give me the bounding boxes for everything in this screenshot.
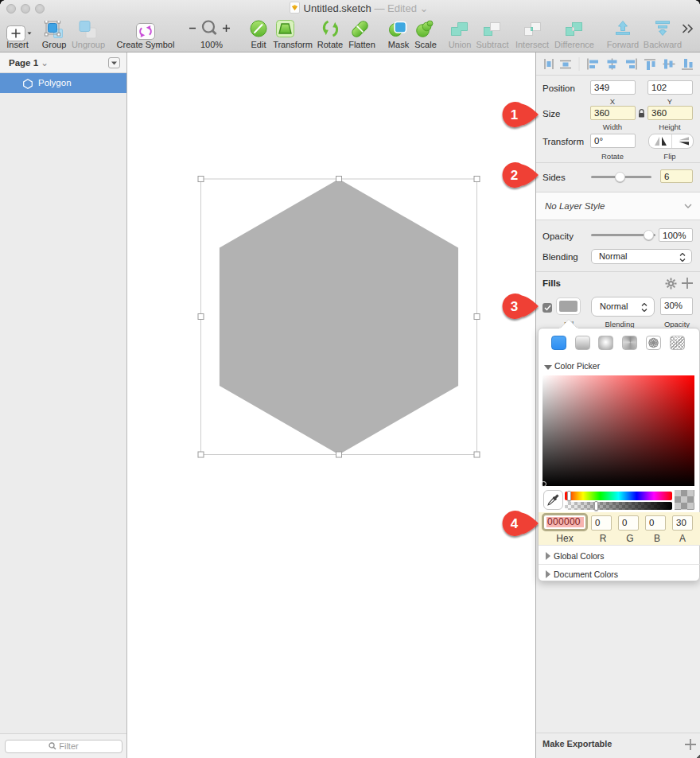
svg-text:2: 2: [511, 168, 518, 183]
svg-text:3: 3: [511, 299, 518, 314]
svg-text:4: 4: [511, 516, 519, 531]
svg-text:1: 1: [511, 107, 518, 122]
